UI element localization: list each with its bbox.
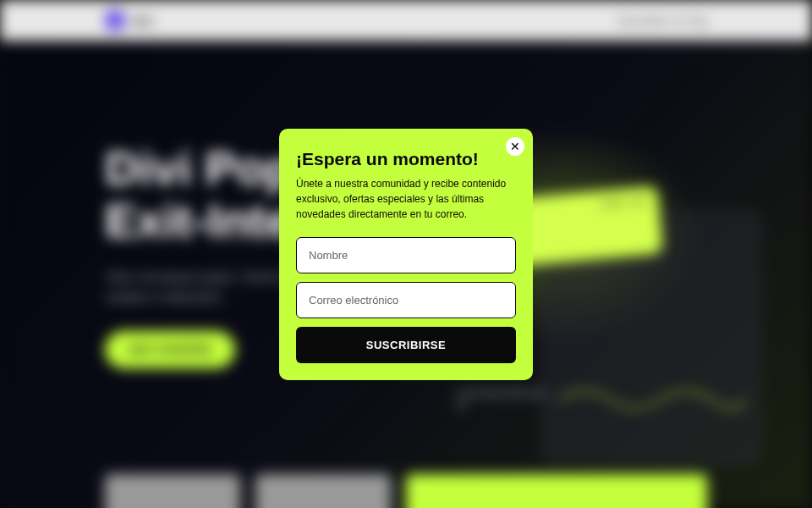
- subscribe-button[interactable]: SUSCRIBIRSE: [296, 327, 516, 363]
- close-button[interactable]: ✕: [506, 137, 524, 156]
- name-input[interactable]: [296, 237, 516, 273]
- modal-title: ¡Espera un momento!: [296, 149, 516, 169]
- exit-intent-modal: ✕ ¡Espera un momento! Únete a nuestra co…: [279, 129, 533, 380]
- modal-description: Únete a nuestra comunidad y recibe conte…: [296, 176, 516, 222]
- close-icon: ✕: [510, 141, 520, 152]
- email-input[interactable]: [296, 282, 516, 318]
- modal-overlay: ✕ ¡Espera un momento! Únete a nuestra co…: [0, 0, 812, 508]
